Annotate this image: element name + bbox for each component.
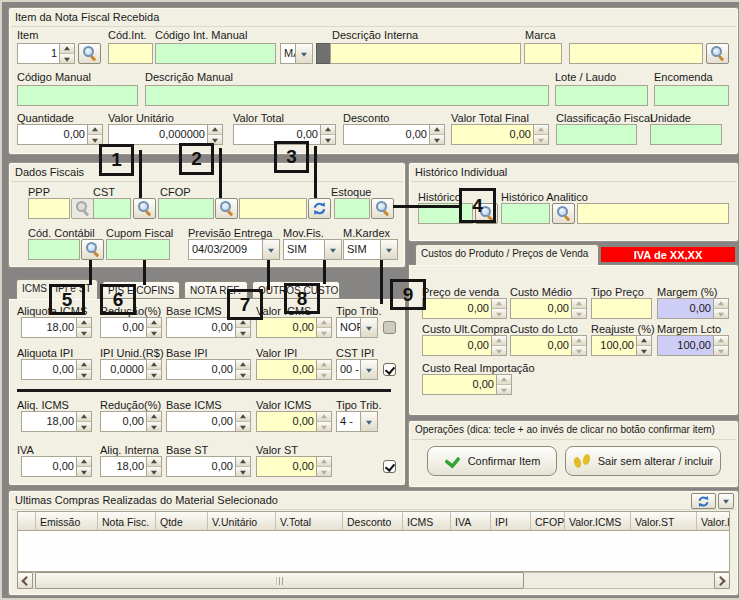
- estoque-search-button[interactable]: [371, 198, 394, 219]
- scroll-left-button[interactable]: [17, 572, 33, 589]
- column-header-icms[interactable]: ICMS: [403, 512, 451, 530]
- item-field[interactable]: 1: [17, 43, 75, 64]
- tipo-trib-combo[interactable]: NOR: [336, 317, 378, 338]
- base-icms-field[interactable]: 0,00: [166, 317, 251, 338]
- chevron-down-icon[interactable]: [324, 240, 341, 259]
- cfop-search-button[interactable]: [215, 198, 238, 219]
- spinner[interactable]: [146, 412, 161, 431]
- custo-ult-compra-field[interactable]: 0,00: [422, 335, 507, 356]
- historico-analitico-field[interactable]: [501, 203, 550, 224]
- valor-icms-field[interactable]: 0,00: [256, 317, 332, 338]
- spinner[interactable]: [87, 125, 102, 144]
- column-header-desconto[interactable]: Desconto: [343, 512, 403, 530]
- reducao-field[interactable]: 0,00: [100, 317, 162, 338]
- mov-fis-combo[interactable]: SIM: [283, 239, 342, 260]
- spinner[interactable]: [636, 336, 651, 355]
- marca-search-button[interactable]: [706, 43, 729, 64]
- spinner[interactable]: [76, 412, 91, 431]
- column-header-valor-icms[interactable]: Valor.ICMS: [565, 512, 631, 530]
- desconto-field[interactable]: 0,00: [343, 124, 445, 145]
- estoque-field[interactable]: [334, 198, 370, 219]
- column-header-iva[interactable]: IVA: [451, 512, 491, 530]
- codigo-int-manual-field[interactable]: [155, 43, 276, 64]
- tipo-preco-field[interactable]: [591, 298, 652, 319]
- spinner[interactable]: [76, 457, 91, 476]
- chevron-down-icon[interactable]: [262, 240, 279, 259]
- m-kardex-combo[interactable]: SIM: [343, 239, 398, 260]
- tipo-trib2-combo[interactable]: 4 -: [336, 411, 378, 432]
- st-checkbox[interactable]: [383, 460, 396, 473]
- base-st-field[interactable]: 0,00: [166, 456, 251, 477]
- base-ipi-field[interactable]: 0,00: [166, 359, 251, 380]
- unidade-field[interactable]: [650, 124, 722, 145]
- aliq-interna-field[interactable]: 18,00: [100, 456, 162, 477]
- aliq-icms-field[interactable]: 18,00: [21, 411, 92, 432]
- cst-search-button[interactable]: [133, 198, 156, 219]
- valor-icms2-field[interactable]: 0,00: [256, 411, 332, 432]
- ultimas-refresh-button[interactable]: [691, 493, 716, 509]
- column-header-nota-fisc[interactable]: Nota Fisc.: [98, 512, 156, 530]
- classificacao-fiscal-field[interactable]: [556, 124, 637, 145]
- valor-unitario-field[interactable]: 0,000000: [108, 124, 223, 145]
- scrollbar-thumb[interactable]: [35, 572, 524, 589]
- quantidade-field[interactable]: 0,00: [17, 124, 103, 145]
- ipi-unid-field[interactable]: 0,0000: [100, 359, 162, 380]
- spinner[interactable]: [76, 360, 91, 379]
- ppp-field[interactable]: [28, 198, 70, 219]
- base-icms2-field[interactable]: 0,00: [166, 411, 251, 432]
- custo-real-importacao-field[interactable]: 0,00: [422, 374, 512, 395]
- spinner[interactable]: [235, 412, 250, 431]
- cod-int-field[interactable]: [108, 43, 153, 64]
- spinner[interactable]: [146, 457, 161, 476]
- cfop-descricao-field[interactable]: [239, 198, 307, 219]
- spinner[interactable]: [76, 318, 91, 337]
- margem-field[interactable]: 0,00: [657, 298, 729, 319]
- column-header-emissao[interactable]: Emissão: [36, 512, 98, 530]
- cfop-refresh-button[interactable]: [308, 198, 331, 219]
- tab-custos[interactable]: Custos do Produto / Preços de Venda: [415, 244, 599, 265]
- column-header-ipi[interactable]: IPI: [491, 512, 531, 530]
- ma-combo[interactable]: MA: [280, 43, 313, 64]
- ultimas-dropdown-button[interactable]: [718, 493, 734, 509]
- spinner[interactable]: [235, 318, 250, 337]
- iva-field[interactable]: 0,00: [21, 456, 92, 477]
- valor-st-field[interactable]: 0,00: [256, 456, 332, 477]
- column-header-valor-st[interactable]: Valor.ST: [631, 512, 697, 530]
- marca-descricao-field[interactable]: [569, 43, 703, 64]
- descricao-interna-field[interactable]: [330, 43, 521, 64]
- codigo-manual-field[interactable]: [17, 85, 138, 106]
- cfop-field[interactable]: [158, 198, 214, 219]
- previsao-entrega-combo[interactable]: 04/03/2009: [188, 239, 280, 260]
- reducao2-field[interactable]: 0,00: [100, 411, 162, 432]
- scroll-right-button[interactable]: [714, 572, 730, 589]
- spinner[interactable]: [146, 318, 161, 337]
- descricao-manual-field[interactable]: [145, 85, 549, 106]
- column-header-qtde[interactable]: Qtde: [156, 512, 208, 530]
- historico-analitico-search-button[interactable]: [552, 203, 575, 224]
- margem-lcto-field[interactable]: 100,00: [657, 335, 729, 356]
- cst-field[interactable]: [93, 198, 131, 219]
- column-header-selector[interactable]: [18, 512, 36, 530]
- item-spinner[interactable]: [59, 44, 74, 63]
- icms-checkbox[interactable]: [383, 321, 396, 334]
- column-header-valor-ipi[interactable]: Valor.I: [697, 512, 730, 530]
- cod-contabil-field[interactable]: [28, 239, 80, 260]
- chevron-down-icon[interactable]: [380, 240, 397, 259]
- aliquota-icms-field[interactable]: 18,00: [21, 317, 92, 338]
- valor-total-final-field[interactable]: 0,00: [451, 124, 549, 145]
- spinner[interactable]: [146, 360, 161, 379]
- spinner[interactable]: [320, 125, 335, 144]
- chevron-down-icon[interactable]: [295, 44, 312, 63]
- spinner[interactable]: [235, 457, 250, 476]
- cupom-fiscal-field[interactable]: [106, 239, 170, 260]
- reajuste-field[interactable]: 100,00: [591, 335, 652, 356]
- column-header-v-unitario[interactable]: V.Unitário: [208, 512, 276, 530]
- spinner[interactable]: [429, 125, 444, 144]
- marca-field[interactable]: [524, 43, 562, 64]
- chevron-down-icon[interactable]: [360, 360, 377, 379]
- custo-medio-field[interactable]: 0,00: [510, 298, 587, 319]
- lote-laudo-field[interactable]: [555, 85, 648, 106]
- historico-analitico-descricao-field[interactable]: [577, 203, 729, 224]
- column-header-cfop[interactable]: CFOP: [531, 512, 565, 530]
- spinner[interactable]: [207, 125, 222, 144]
